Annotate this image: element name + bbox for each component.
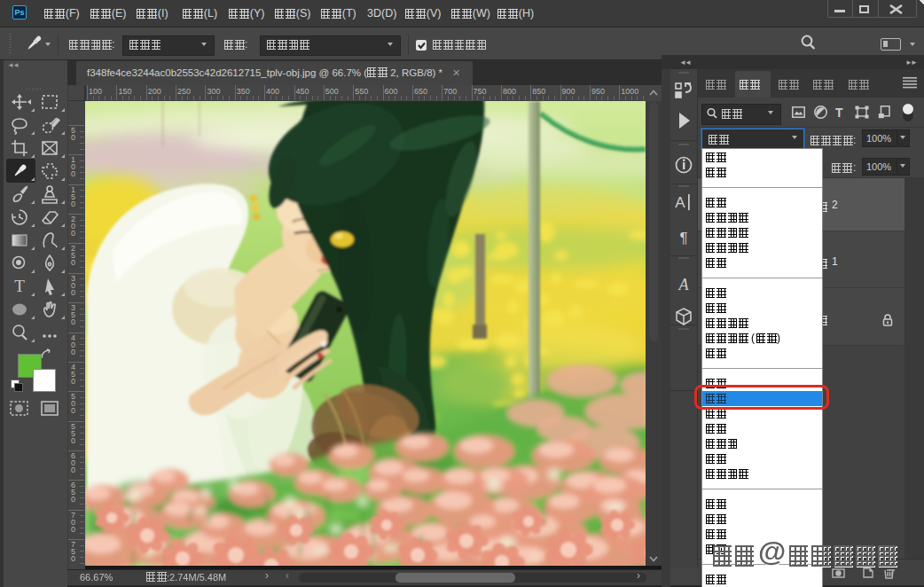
svg-text:T: T — [14, 277, 25, 295]
svg-text:¶: ¶ — [679, 230, 687, 247]
svg-text:A: A — [678, 276, 690, 294]
svg-text:A: A — [675, 194, 685, 211]
